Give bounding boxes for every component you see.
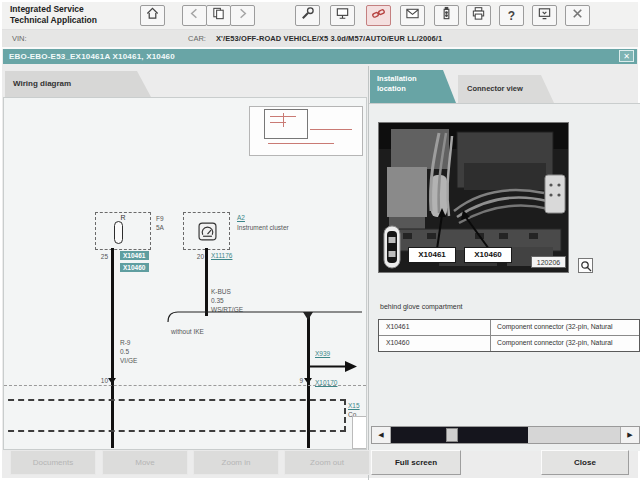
instrument-cluster-box[interactable] [183, 212, 230, 250]
boundary-label-top[interactable]: X15 [348, 402, 360, 409]
documents-button[interactable] [206, 5, 231, 26]
junction-pin-10: 10 [92, 377, 108, 384]
description-cell: Component connector (32-pin, Natural [491, 336, 639, 351]
full-screen-button[interactable]: Full screen [371, 450, 461, 475]
scroll-right-button[interactable]: ▶ [620, 427, 639, 443]
offpage-arrow [309, 359, 359, 377]
documents-action-button[interactable]: Documents [10, 450, 96, 475]
table-row: X10460 Component connector (32-pin, Natu… [379, 335, 639, 351]
tab-installation-location[interactable]: Installation location [370, 70, 456, 103]
wire-arrowhead [108, 378, 116, 384]
app-title-line1: Integrated Service [10, 4, 97, 15]
move-button[interactable]: Move [102, 450, 188, 475]
scrollbar-track[interactable] [391, 427, 620, 443]
scrollbar-thumb[interactable] [446, 428, 458, 442]
highlighted-connector-x10461[interactable]: X10461 [120, 251, 149, 260]
horizontal-scrollbar[interactable]: ◀ ▶ [371, 426, 640, 444]
mail-button[interactable] [400, 5, 425, 26]
minimap-viewport[interactable] [264, 109, 308, 139]
wiring-diagram-panel: Wiring diagram R F9 5A 25 X10461 X10460 [3, 66, 368, 450]
workshop-button[interactable] [330, 5, 355, 26]
scroll-corner [352, 416, 367, 449]
component-boundary-box [3, 399, 346, 432]
scroll-left-button[interactable]: ◀ [372, 427, 391, 443]
tab-wiring-diagram[interactable]: Wiring diagram [5, 71, 151, 97]
table-row: X10461 Component connector (32-pin, Natu… [379, 320, 639, 335]
wire-arrowhead [304, 378, 312, 384]
close-button[interactable]: Close [541, 450, 629, 475]
connector-cell: X10461 [379, 320, 491, 335]
mail-icon [405, 6, 420, 25]
document-title-bar: EBO-EBO-E53_EX10461A X10461, X10460 ✕ [3, 49, 637, 64]
back-button[interactable] [182, 5, 207, 26]
cluster-pin: 20 [188, 253, 204, 260]
junction-connector-link[interactable]: X10170 [315, 379, 337, 386]
close-x-icon [570, 6, 585, 25]
offpage-ref-link[interactable]: X939 [315, 350, 330, 357]
document-close-button[interactable]: ✕ [619, 50, 634, 62]
printer-icon [471, 6, 486, 25]
fuse-designation: R [96, 214, 150, 221]
forward-arrow-icon [235, 6, 250, 25]
home-button[interactable] [140, 5, 165, 26]
forward-button[interactable] [230, 5, 255, 26]
app-title: Integrated Service Technical Application [10, 4, 97, 25]
monitor-icon [335, 6, 350, 25]
installation-location-panel: Installation location Connector view [368, 66, 640, 480]
car-label: CAR: [188, 34, 206, 43]
photo-label-x10461: X10461 [408, 247, 456, 263]
vehicle-connection-button[interactable] [366, 5, 391, 26]
print-button[interactable] [466, 5, 491, 26]
junction-dashed-line [4, 385, 366, 386]
vin-bar: VIN: CAR: X'/E53/OFF-ROAD VEHICLE/X5 3.0… [2, 30, 638, 49]
back-arrow-icon [187, 6, 202, 25]
wiring-diagram-canvas[interactable]: R F9 5A 25 X10461 X10460 A2 Instrument c… [3, 97, 367, 450]
diagram-minimap[interactable] [249, 106, 363, 156]
fuse-rating: 5A [156, 224, 164, 233]
magnifier-button[interactable] [578, 258, 593, 273]
app-title-line2: Technical Application [10, 15, 97, 26]
kbus-wire-upper [205, 248, 208, 316]
zoom-in-button[interactable]: Zoom in [193, 450, 279, 475]
car-position-icon [383, 225, 401, 273]
cluster-name: Instrument cluster [237, 224, 289, 233]
fuse-code: F9 [156, 215, 164, 224]
help-button[interactable]: ? [499, 5, 524, 26]
service-functions-button[interactable] [295, 5, 320, 26]
document-title: EBO-EBO-E53_EX10461A X10461, X10460 [9, 52, 175, 61]
exit-button[interactable] [565, 5, 590, 26]
fuse-pin: 25 [92, 253, 108, 260]
wrench-icon [300, 6, 315, 25]
cluster-code-link[interactable]: A2 [237, 214, 245, 221]
connection-plug-icon [371, 6, 386, 25]
home-icon [145, 6, 160, 25]
photo-ref-number: 120206 [531, 256, 566, 268]
description-cell: Component connector (32-pin, Natural [491, 320, 639, 335]
installation-photo: X10461 X10460 120206 [378, 122, 569, 273]
documents-icon [211, 6, 226, 25]
highlighted-connector-x10460[interactable]: X10460 [120, 263, 149, 272]
battery-button[interactable] [434, 5, 459, 26]
fuse-symbol [114, 221, 123, 244]
branch-note: without IKE [171, 328, 204, 337]
display-button[interactable] [532, 5, 557, 26]
fuse-component-box[interactable]: R [95, 212, 151, 250]
help-icon: ? [508, 9, 515, 23]
power-wire-label: R-9 0.5 VI/GE [120, 339, 137, 365]
connector-table: X10461 Component connector (32-pin, Natu… [378, 319, 640, 352]
display-arrow-icon [537, 6, 552, 25]
connector-cell: X10460 [379, 336, 491, 351]
scrollbar-range [391, 427, 528, 443]
ista-application: Integrated Service Technical Application [2, 2, 638, 478]
junction-pin-9: 9 [287, 377, 303, 384]
header-bar: Integrated Service Technical Application [2, 2, 638, 30]
zoom-out-button[interactable]: Zoom out [284, 450, 370, 475]
location-note: behind glove compartment [380, 303, 463, 310]
car-value: X'/E53/OFF-ROAD VEHICLE/X5 3.0d/M57/AUTO… [216, 34, 442, 43]
cluster-connector-link[interactable]: X11176 [211, 252, 232, 259]
battery-icon [439, 6, 454, 25]
vin-label: VIN: [12, 34, 27, 43]
photo-label-x10460: X10460 [464, 247, 512, 263]
gauge-icon [198, 222, 217, 245]
tab-connector-view[interactable]: Connector view [458, 75, 554, 103]
